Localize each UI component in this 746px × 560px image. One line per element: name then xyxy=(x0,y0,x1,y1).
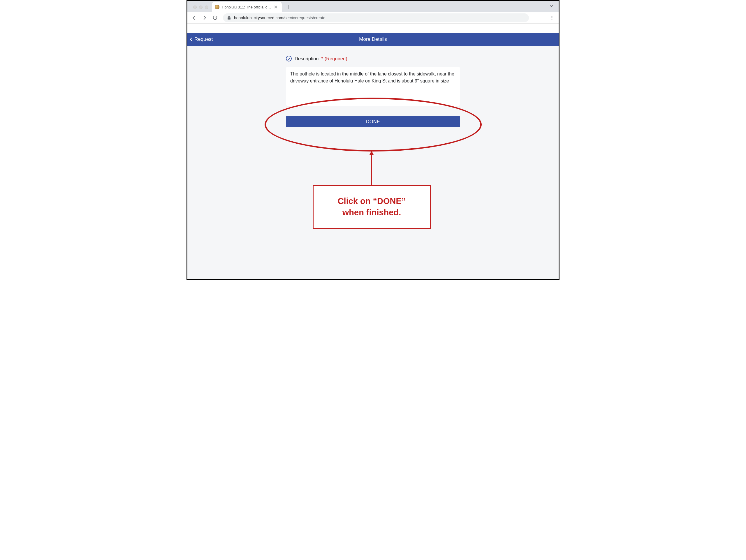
forward-button[interactable] xyxy=(200,13,209,22)
tab-title: Honolulu 311: The official citize xyxy=(222,5,271,9)
minimize-window-dot[interactable] xyxy=(199,5,203,9)
annotation-text-line2: when finished. xyxy=(342,208,401,217)
maximize-window-dot[interactable] xyxy=(205,5,208,9)
tab-favicon xyxy=(215,5,220,9)
required-marker: * (Required) xyxy=(321,56,347,61)
back-button[interactable] xyxy=(190,13,198,22)
address-bar[interactable]: honoluluhi.citysourced.com/servicereques… xyxy=(223,13,529,22)
svg-point-2 xyxy=(552,19,552,20)
browser-toolbar: honoluluhi.citysourced.com/servicereques… xyxy=(188,12,558,24)
description-label: Description: xyxy=(295,56,321,61)
url-host: honoluluhi.citysourced.com xyxy=(234,16,283,20)
svg-point-1 xyxy=(552,17,552,18)
browser-tab[interactable]: Honolulu 311: The official citize xyxy=(212,2,282,12)
url-text: honoluluhi.citysourced.com/servicereques… xyxy=(234,16,325,20)
content-top-gap xyxy=(188,24,558,33)
close-tab-icon[interactable] xyxy=(274,5,278,9)
annotation-arrow xyxy=(369,151,374,185)
url-path: /servicerequests/create xyxy=(283,16,325,20)
back-label: Request xyxy=(194,36,213,42)
description-textarea[interactable] xyxy=(286,67,460,106)
tabs-dropdown-icon[interactable] xyxy=(549,3,554,10)
browser-menu-button[interactable] xyxy=(548,13,556,22)
annotation-callout: Click on “DONE” when finished. xyxy=(313,185,431,229)
annotation-text-line1: Click on “DONE” xyxy=(338,196,406,206)
form-area: Description: * (Required) DONE Click on … xyxy=(188,46,558,279)
section-divider xyxy=(286,108,460,108)
check-circle-icon xyxy=(286,56,292,61)
browser-chrome: Honolulu 311: The official citize xyxy=(188,1,558,24)
svg-marker-4 xyxy=(370,151,374,155)
lock-icon xyxy=(227,16,231,20)
window-controls xyxy=(190,5,212,12)
done-button[interactable]: DONE xyxy=(286,116,460,127)
page-title: More Details xyxy=(359,36,387,42)
tab-bar: Honolulu 311: The official citize xyxy=(188,1,558,12)
reload-button[interactable] xyxy=(211,13,220,22)
new-tab-button[interactable] xyxy=(284,3,292,11)
app-bar: Request More Details xyxy=(188,33,558,46)
description-label-row: Description: * (Required) xyxy=(286,56,460,61)
chevron-left-icon xyxy=(189,37,193,41)
close-window-dot[interactable] xyxy=(193,5,197,9)
svg-point-0 xyxy=(552,16,552,17)
app-content: Request More Details Description: * (Req… xyxy=(188,24,558,279)
back-to-request-button[interactable]: Request xyxy=(188,33,215,46)
